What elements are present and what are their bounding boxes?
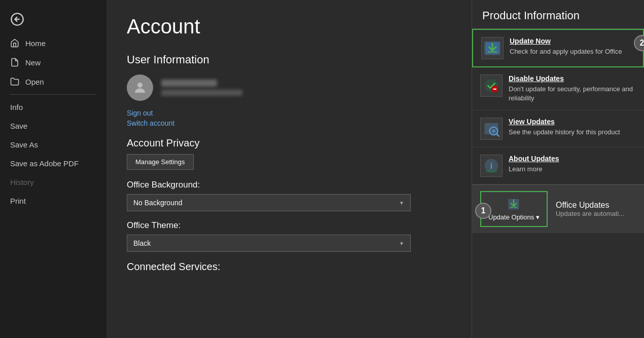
product-info-panel: Product Information Update Now Check for… bbox=[472, 0, 644, 338]
sidebar-item-print[interactable]: Print bbox=[0, 192, 106, 210]
update-now-icon bbox=[481, 37, 504, 59]
sidebar-item-home[interactable]: Home bbox=[0, 33, 106, 53]
svg-point-2 bbox=[137, 83, 142, 88]
user-details bbox=[161, 80, 242, 96]
view-updates-desc: See the update history for this product bbox=[509, 128, 620, 137]
office-updates-text: Office Updates Updates are automati... bbox=[556, 201, 624, 217]
svg-rect-17 bbox=[510, 207, 517, 208]
about-updates-option[interactable]: i About Updates Learn more bbox=[472, 147, 644, 184]
sidebar-item-open[interactable]: Open bbox=[0, 72, 106, 91]
sidebar-item-save[interactable]: Save bbox=[0, 117, 106, 135]
about-updates-icon: i bbox=[480, 155, 503, 177]
badge-2: 2 bbox=[634, 35, 644, 51]
svg-point-12 bbox=[492, 130, 495, 133]
sidebar-item-history: History bbox=[0, 173, 106, 192]
sidebar-divider bbox=[10, 94, 96, 95]
manage-settings-button[interactable]: Manage Settings bbox=[127, 154, 194, 170]
about-updates-title: About Updates bbox=[509, 155, 559, 163]
product-info-title: Product Information bbox=[472, 0, 644, 29]
view-updates-icon bbox=[480, 118, 503, 140]
theme-dropdown[interactable]: Black ▼ bbox=[127, 235, 411, 252]
sidebar-open-label: Open bbox=[25, 78, 44, 86]
svg-rect-5 bbox=[488, 51, 497, 53]
svg-rect-9 bbox=[485, 123, 498, 135]
back-button[interactable] bbox=[0, 5, 106, 33]
update-now-title: Update Now bbox=[510, 37, 622, 45]
sidebar-item-save-as[interactable]: Save As bbox=[0, 135, 106, 154]
update-now-option[interactable]: Update Now Check for and apply updates f… bbox=[472, 29, 644, 67]
svg-text:i: i bbox=[490, 162, 492, 170]
sidebar-item-info[interactable]: Info bbox=[0, 98, 106, 117]
view-updates-title: View Updates bbox=[509, 118, 620, 126]
update-now-text: Update Now Check for and apply updates f… bbox=[510, 37, 622, 56]
theme-dropdown-arrow: ▼ bbox=[399, 241, 404, 246]
background-value: No Background bbox=[133, 199, 183, 207]
sidebar-home-label: Home bbox=[25, 39, 46, 48]
disable-updates-text: Disable Updates Don't update for securit… bbox=[509, 74, 636, 103]
office-updates-title: Office Updates bbox=[556, 201, 624, 210]
sidebar-new-label: New bbox=[25, 58, 41, 67]
about-updates-text: About Updates Learn more bbox=[509, 155, 559, 174]
sidebar-item-save-adobe[interactable]: Save as Adobe PDF bbox=[0, 154, 106, 173]
background-dropdown[interactable]: No Background ▼ bbox=[127, 194, 411, 211]
svg-rect-15 bbox=[486, 170, 497, 173]
view-updates-text: View Updates See the update history for … bbox=[509, 118, 620, 137]
disable-updates-option[interactable]: Disable Updates Don't update for securit… bbox=[472, 67, 644, 110]
update-options-label: Update Options ▾ bbox=[488, 213, 540, 221]
disable-updates-title: Disable Updates bbox=[509, 74, 636, 83]
svg-rect-8 bbox=[493, 89, 496, 90]
about-updates-desc: Learn more bbox=[509, 165, 559, 174]
user-email bbox=[161, 90, 242, 96]
sidebar: Home New Open Info Save Save As Save as … bbox=[0, 0, 106, 338]
svg-line-11 bbox=[496, 134, 499, 137]
avatar bbox=[127, 74, 153, 101]
background-dropdown-arrow: ▼ bbox=[399, 200, 404, 206]
sidebar-item-new[interactable]: New bbox=[0, 53, 106, 72]
update-now-desc: Check for and apply updates for Office bbox=[510, 47, 622, 56]
theme-value: Black bbox=[133, 239, 151, 247]
disable-updates-icon bbox=[480, 74, 503, 97]
disable-updates-desc: Don't update for security, performance a… bbox=[509, 85, 636, 103]
view-updates-option[interactable]: View Updates See the update history for … bbox=[472, 110, 644, 147]
office-updates-bar: Update Options ▾ 1 Office Updates Update… bbox=[472, 184, 644, 233]
main-content: Account User Information Sign out Switch… bbox=[106, 0, 644, 338]
office-updates-subtitle: Updates are automati... bbox=[556, 210, 624, 217]
user-name bbox=[161, 80, 217, 87]
